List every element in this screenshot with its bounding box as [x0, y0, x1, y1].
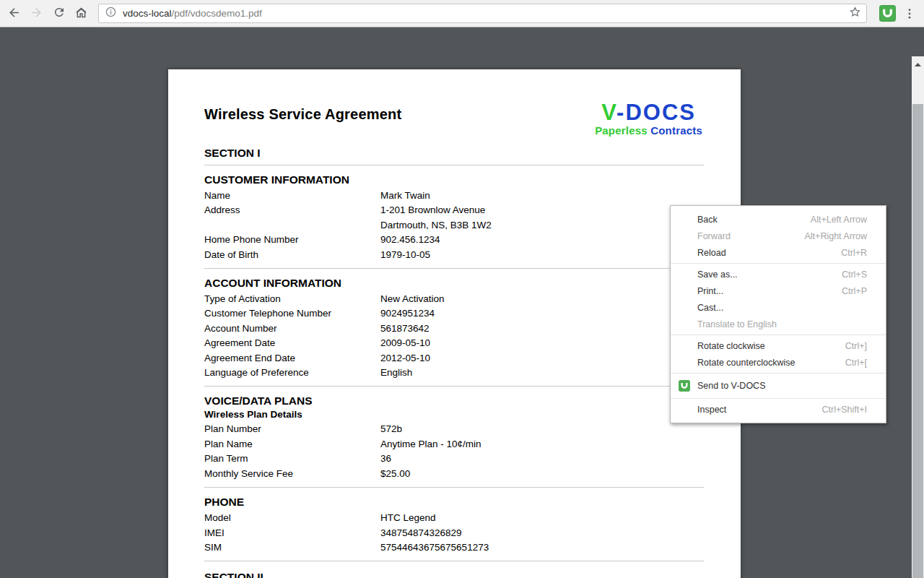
menu-item-shortcut: Ctrl+P [827, 286, 867, 296]
field-row: Date of Birth1979-10-05 [204, 248, 704, 262]
customer-information-heading: CUSTOMER INFORMATION [204, 173, 704, 186]
field-row: Agreement End Date2012-05-10 [204, 351, 704, 366]
field-row: Account Number561873642 [204, 322, 704, 336]
browser-toolbar: vdocs-local/pdf/vdocsdemo1.pdf [0, 0, 924, 27]
context-menu-item-rotate-counterclockwise[interactable]: Rotate counterclockwise Ctrl+[ [671, 354, 886, 371]
divider [204, 386, 704, 387]
home-button[interactable] [70, 2, 92, 25]
scrollbar-thumb[interactable] [912, 104, 923, 578]
field-value: 902.456.1234 [380, 233, 704, 247]
field-value: 36 [380, 452, 704, 466]
browser-menu-icon[interactable] [901, 4, 918, 24]
field-row: Type of ActivationNew Activation [204, 292, 704, 306]
field-label: Language of Preference [204, 366, 380, 380]
field-label: Plan Number [204, 422, 380, 436]
menu-item-shortcut: Ctrl+S [827, 269, 867, 280]
field-value: $25.00 [380, 467, 704, 481]
vdocs-extension-icon[interactable] [878, 4, 897, 23]
url-text[interactable]: vdocs-local/pdf/vdocsdemo1.pdf [123, 8, 848, 19]
menu-item-shortcut: Ctrl+Shift+I [807, 405, 867, 415]
context-menu-item-back[interactable]: Back Alt+Left Arrow [671, 211, 886, 228]
customer-information-rows: NameMark Twain Address1-201 Brownlow Ave… [204, 189, 704, 262]
field-value: English [380, 366, 704, 380]
context-menu-item-print[interactable]: Print... Ctrl+P [671, 282, 886, 299]
field-row: Plan NameAnytime Plan - 10¢/min [204, 437, 704, 452]
context-menu-item-inspect[interactable]: Inspect Ctrl+Shift+I [671, 401, 886, 418]
vdocs-logo: V-DOCS Paperless Contracts [595, 101, 704, 136]
url-host: vdocs-local [123, 8, 172, 19]
field-row: Plan Number572b [204, 422, 704, 436]
menu-item-shortcut: Alt+Right Arrow [790, 231, 868, 241]
field-label: SIM [204, 540, 380, 555]
reload-icon [53, 6, 66, 21]
context-menu: Back Alt+Left Arrow Forward Alt+Right Ar… [670, 205, 886, 423]
field-row: IMEI348754874326829 [204, 526, 704, 540]
back-button[interactable] [3, 2, 25, 25]
field-row: Language of PreferenceEnglish [204, 366, 704, 380]
url-path: /pdf/vdocsdemo1.pdf [172, 8, 262, 19]
field-row: Dartmouth, NS, B3B 1W2 [204, 218, 704, 233]
field-row: Monthly Service Fee$25.00 [204, 467, 704, 481]
field-value: Mark Twain [380, 189, 704, 203]
context-menu-item-save-as[interactable]: Save as... Ctrl+S [671, 266, 886, 282]
field-label: Plan Term [204, 452, 380, 466]
field-value: 561873642 [380, 322, 704, 336]
field-label: Account Number [204, 322, 380, 336]
divider [204, 487, 704, 488]
field-row: Customer Telephone Number9024951234 [204, 306, 704, 321]
field-value: Dartmouth, NS, B3B 1W2 [380, 218, 704, 233]
vdocs-logo-tagline: Paperless Contracts [595, 125, 702, 136]
field-value: HTC Legend [380, 511, 704, 525]
field-label: Type of Activation [204, 292, 380, 306]
home-icon [74, 6, 88, 22]
document-title: Wireless Service Agreement [204, 101, 401, 123]
field-label: Date of Birth [204, 248, 380, 262]
field-label: Monthly Service Fee [204, 467, 380, 481]
bookmark-star-icon[interactable] [848, 5, 862, 22]
menu-item-label: Print... [697, 286, 723, 296]
menu-item-label: Inspect [697, 405, 726, 415]
voice-data-plans-rows: Plan Number572b Plan NameAnytime Plan - … [204, 422, 704, 481]
menu-separator [671, 335, 886, 335]
vdocs-logo-wordmark: V-DOCS [595, 101, 702, 124]
section-1-heading: SECTION I [204, 147, 704, 160]
menu-item-label: Save as... [697, 269, 738, 280]
field-value: 1979-10-05 [380, 248, 704, 262]
menu-separator [671, 263, 886, 264]
field-value: 9024951234 [380, 306, 704, 321]
context-menu-item-send-to-vdocs[interactable]: Send to V-DOCS [671, 376, 886, 396]
field-row: Agreement Date2009-05-10 [204, 336, 704, 350]
field-value: 572b [380, 422, 704, 436]
menu-item-label: Translate to English [697, 319, 777, 329]
field-value: 57544643675675651273 [380, 540, 704, 555]
field-label: Customer Telephone Number [204, 306, 380, 321]
field-label: Home Phone Number [204, 233, 380, 247]
scrollbar-up-button[interactable] [912, 56, 924, 69]
menu-item-label: Rotate counterclockwise [697, 358, 795, 368]
address-bar[interactable]: vdocs-local/pdf/vdocsdemo1.pdf [98, 4, 867, 23]
vertical-scrollbar[interactable] [912, 56, 924, 578]
back-arrow-icon [7, 6, 21, 22]
field-value: 2009-05-10 [380, 336, 704, 350]
menu-item-label: Forward [697, 231, 731, 241]
menu-item-label: Cast... [697, 303, 723, 313]
reload-button[interactable] [48, 2, 70, 25]
menu-item-label: Rotate clockwise [697, 341, 765, 351]
context-menu-item-rotate-clockwise[interactable]: Rotate clockwise Ctrl+] [671, 337, 886, 354]
field-row: SIM57544643675675651273 [204, 540, 704, 555]
page-info-icon[interactable] [105, 6, 117, 21]
wireless-plan-details-subheading: Wireless Plan Details [204, 407, 704, 422]
pdf-page: Wireless Service Agreement V-DOCS Paperl… [168, 69, 741, 578]
context-menu-item-reload[interactable]: Reload Ctrl+R [671, 244, 886, 261]
phone-heading: PHONE [204, 496, 704, 509]
field-label: Address [204, 203, 380, 217]
divider [204, 165, 704, 165]
field-label: Agreement Date [204, 336, 380, 350]
field-value: 348754874326829 [380, 526, 704, 540]
document-header: Wireless Service Agreement V-DOCS Paperl… [204, 101, 704, 136]
field-value: 2012-05-10 [380, 351, 704, 366]
menu-item-shortcut: Ctrl+R [827, 248, 867, 258]
field-label: Agreement End Date [204, 351, 380, 366]
context-menu-item-cast[interactable]: Cast... [671, 299, 886, 316]
divider [204, 561, 704, 561]
